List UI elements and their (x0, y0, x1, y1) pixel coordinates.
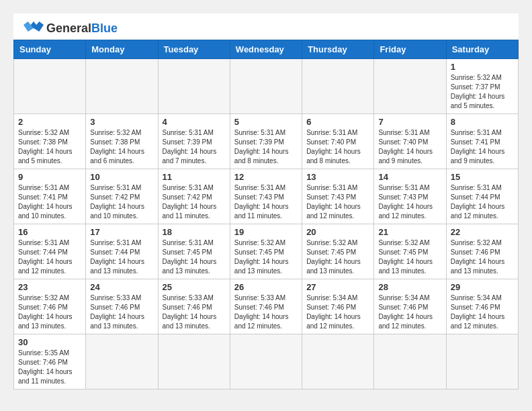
calendar-page: GeneralBlue Sunday Monday Tuesday Wednes… (13, 13, 519, 390)
calendar-cell: 26Sunrise: 5:33 AMSunset: 7:46 PMDayligh… (230, 279, 302, 334)
day-number: 17 (90, 227, 153, 237)
col-sunday: Sunday (14, 40, 86, 59)
calendar-cell (302, 59, 374, 114)
day-info: Sunrise: 5:31 AMSunset: 7:44 PMDaylight:… (90, 238, 153, 276)
calendar-cell: 25Sunrise: 5:33 AMSunset: 7:46 PMDayligh… (158, 279, 230, 334)
day-info: Sunrise: 5:32 AMSunset: 7:45 PMDaylight:… (234, 238, 298, 276)
week-row-1: 1Sunrise: 5:32 AMSunset: 7:37 PMDaylight… (14, 59, 519, 114)
calendar-cell: 29Sunrise: 5:34 AMSunset: 7:46 PMDayligh… (446, 279, 518, 334)
day-info: Sunrise: 5:34 AMSunset: 7:46 PMDaylight:… (378, 293, 441, 331)
day-number: 30 (18, 337, 81, 347)
day-info: Sunrise: 5:31 AMSunset: 7:43 PMDaylight:… (378, 183, 441, 221)
day-number: 24 (90, 282, 153, 292)
calendar-cell: 11Sunrise: 5:31 AMSunset: 7:42 PMDayligh… (158, 169, 230, 224)
calendar-cell (158, 59, 230, 114)
day-info: Sunrise: 5:31 AMSunset: 7:43 PMDaylight:… (234, 183, 298, 221)
day-info: Sunrise: 5:31 AMSunset: 7:43 PMDaylight:… (306, 183, 369, 221)
calendar-cell: 30Sunrise: 5:35 AMSunset: 7:46 PMDayligh… (14, 334, 86, 390)
svg-marker-1 (34, 21, 44, 32)
calendar-cell: 10Sunrise: 5:31 AMSunset: 7:42 PMDayligh… (86, 169, 158, 224)
col-tuesday: Tuesday (158, 40, 230, 59)
week-row-3: 9Sunrise: 5:31 AMSunset: 7:41 PMDaylight… (14, 169, 519, 224)
day-info: Sunrise: 5:33 AMSunset: 7:46 PMDaylight:… (90, 293, 153, 331)
calendar-cell: 9Sunrise: 5:31 AMSunset: 7:41 PMDaylight… (14, 169, 86, 224)
day-number: 6 (306, 117, 369, 127)
day-info: Sunrise: 5:31 AMSunset: 7:40 PMDaylight:… (306, 128, 369, 166)
col-friday: Friday (374, 40, 446, 59)
svg-marker-2 (24, 21, 34, 32)
day-info: Sunrise: 5:31 AMSunset: 7:45 PMDaylight:… (163, 238, 226, 276)
day-info: Sunrise: 5:32 AMSunset: 7:46 PMDaylight:… (18, 293, 81, 331)
calendar-cell: 22Sunrise: 5:32 AMSunset: 7:46 PMDayligh… (446, 224, 518, 279)
day-number: 8 (451, 117, 514, 127)
day-number: 1 (451, 62, 514, 72)
calendar-cell: 13Sunrise: 5:31 AMSunset: 7:43 PMDayligh… (302, 169, 374, 224)
day-number: 9 (18, 172, 81, 182)
calendar-cell: 15Sunrise: 5:31 AMSunset: 7:44 PMDayligh… (446, 169, 518, 224)
calendar-table: Sunday Monday Tuesday Wednesday Thursday… (13, 40, 519, 390)
day-number: 11 (163, 172, 226, 182)
calendar-cell: 24Sunrise: 5:33 AMSunset: 7:46 PMDayligh… (86, 279, 158, 334)
calendar-cell: 16Sunrise: 5:31 AMSunset: 7:44 PMDayligh… (14, 224, 86, 279)
calendar-cell: 20Sunrise: 5:32 AMSunset: 7:45 PMDayligh… (302, 224, 374, 279)
day-number: 22 (451, 227, 514, 237)
day-number: 29 (451, 282, 514, 292)
day-info: Sunrise: 5:32 AMSunset: 7:38 PMDaylight:… (18, 128, 81, 166)
day-number: 4 (163, 117, 226, 127)
calendar-cell (86, 59, 158, 114)
calendar-header: GeneralBlue (13, 13, 519, 40)
calendar-cell (86, 334, 158, 390)
day-number: 7 (378, 117, 441, 127)
calendar-cell (230, 334, 302, 390)
calendar-cell: 7Sunrise: 5:31 AMSunset: 7:40 PMDaylight… (374, 114, 446, 169)
day-number: 27 (306, 282, 369, 292)
calendar-cell: 17Sunrise: 5:31 AMSunset: 7:44 PMDayligh… (86, 224, 158, 279)
col-wednesday: Wednesday (230, 40, 302, 59)
col-saturday: Saturday (446, 40, 518, 59)
calendar-cell: 27Sunrise: 5:34 AMSunset: 7:46 PMDayligh… (302, 279, 374, 334)
calendar-cell: 23Sunrise: 5:32 AMSunset: 7:46 PMDayligh… (14, 279, 86, 334)
day-number: 23 (18, 282, 81, 292)
day-number: 13 (306, 172, 369, 182)
calendar-cell: 21Sunrise: 5:32 AMSunset: 7:45 PMDayligh… (374, 224, 446, 279)
calendar-cell: 1Sunrise: 5:32 AMSunset: 7:37 PMDaylight… (446, 59, 518, 114)
calendar-cell: 5Sunrise: 5:31 AMSunset: 7:39 PMDaylight… (230, 114, 302, 169)
calendar-cell (158, 334, 230, 390)
day-number: 5 (234, 117, 298, 127)
day-info: Sunrise: 5:32 AMSunset: 7:45 PMDaylight:… (306, 238, 369, 276)
day-number: 28 (378, 282, 441, 292)
day-number: 15 (451, 172, 514, 182)
week-row-6: 30Sunrise: 5:35 AMSunset: 7:46 PMDayligh… (14, 334, 519, 390)
calendar-cell (230, 59, 302, 114)
day-info: Sunrise: 5:31 AMSunset: 7:39 PMDaylight:… (163, 128, 226, 166)
calendar-cell: 2Sunrise: 5:32 AMSunset: 7:38 PMDaylight… (14, 114, 86, 169)
day-info: Sunrise: 5:32 AMSunset: 7:37 PMDaylight:… (451, 73, 514, 111)
calendar-header-row: Sunday Monday Tuesday Wednesday Thursday… (14, 40, 519, 59)
calendar-cell: 12Sunrise: 5:31 AMSunset: 7:43 PMDayligh… (230, 169, 302, 224)
day-number: 10 (90, 172, 153, 182)
calendar-cell (14, 59, 86, 114)
calendar-cell: 3Sunrise: 5:32 AMSunset: 7:38 PMDaylight… (86, 114, 158, 169)
calendar-cell: 4Sunrise: 5:31 AMSunset: 7:39 PMDaylight… (158, 114, 230, 169)
week-row-2: 2Sunrise: 5:32 AMSunset: 7:38 PMDaylight… (14, 114, 519, 169)
week-row-4: 16Sunrise: 5:31 AMSunset: 7:44 PMDayligh… (14, 224, 519, 279)
calendar-cell (374, 59, 446, 114)
day-info: Sunrise: 5:31 AMSunset: 7:42 PMDaylight:… (163, 183, 226, 221)
day-info: Sunrise: 5:34 AMSunset: 7:46 PMDaylight:… (306, 293, 369, 331)
day-number: 3 (90, 117, 153, 127)
calendar-cell: 18Sunrise: 5:31 AMSunset: 7:45 PMDayligh… (158, 224, 230, 279)
col-thursday: Thursday (302, 40, 374, 59)
day-info: Sunrise: 5:32 AMSunset: 7:46 PMDaylight:… (451, 238, 514, 276)
day-number: 12 (234, 172, 298, 182)
day-number: 19 (234, 227, 298, 237)
day-number: 18 (163, 227, 226, 237)
day-info: Sunrise: 5:31 AMSunset: 7:39 PMDaylight:… (234, 128, 298, 166)
day-info: Sunrise: 5:32 AMSunset: 7:45 PMDaylight:… (378, 238, 441, 276)
day-info: Sunrise: 5:31 AMSunset: 7:40 PMDaylight:… (378, 128, 441, 166)
day-number: 20 (306, 227, 369, 237)
logo: GeneralBlue (24, 20, 118, 36)
day-info: Sunrise: 5:31 AMSunset: 7:44 PMDaylight:… (18, 238, 81, 276)
calendar-cell: 8Sunrise: 5:31 AMSunset: 7:41 PMDaylight… (446, 114, 518, 169)
day-info: Sunrise: 5:33 AMSunset: 7:46 PMDaylight:… (234, 293, 298, 331)
calendar-cell (374, 334, 446, 390)
